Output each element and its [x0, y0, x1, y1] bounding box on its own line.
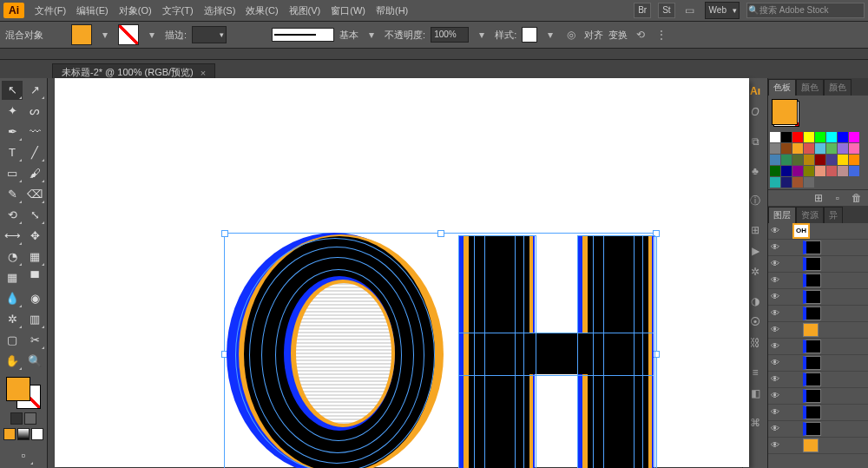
menu-view[interactable]: 视图(V) — [284, 4, 326, 17]
artwork-letter-h[interactable] — [458, 235, 654, 468]
swatch-cell[interactable] — [815, 143, 825, 154]
zoom-tool[interactable]: 🔍 — [24, 352, 45, 371]
swatch-cell[interactable] — [804, 143, 814, 154]
type-tool[interactable]: T — [2, 143, 23, 162]
panel-fill-swatch[interactable] — [772, 99, 798, 125]
menu-help[interactable]: 帮助(H) — [371, 4, 413, 17]
pen-tool[interactable]: ✒ — [2, 122, 23, 142]
lasso-tool[interactable]: ᔕ — [24, 102, 45, 121]
layer-row[interactable]: 👁 — [768, 388, 868, 405]
layer-row[interactable]: 👁 — [768, 240, 868, 256]
style-dropdown-icon[interactable]: ▾ — [542, 27, 558, 43]
hand-tool[interactable]: ✋ — [2, 352, 23, 371]
layer-row[interactable]: 👁 — [768, 421, 868, 438]
brush-preview[interactable] — [272, 28, 334, 42]
swatch-cell[interactable] — [826, 132, 837, 142]
artwork-letter-o[interactable] — [227, 233, 442, 468]
stroke-swatch[interactable] — [118, 24, 139, 45]
swatch-cell[interactable] — [815, 166, 825, 176]
swatch-cell[interactable] — [781, 143, 792, 154]
visibility-toggle[interactable]: 👁 — [770, 292, 780, 302]
layer-row[interactable]: 👁 — [768, 322, 868, 339]
gradient-tool[interactable]: ▀ — [24, 268, 45, 287]
visibility-toggle[interactable]: 👁 — [770, 275, 780, 286]
isolate-icon[interactable]: ⟲ — [633, 27, 648, 43]
layer-row[interactable]: 👁 — [768, 256, 868, 273]
assets-tab[interactable]: 资源 — [796, 207, 824, 223]
layer-row[interactable]: 👁 — [768, 372, 868, 388]
menu-file[interactable]: 文件(F) — [30, 4, 71, 17]
swatches-tab[interactable]: 色板 — [768, 79, 796, 96]
layer-row[interactable]: 👁 — [768, 405, 868, 421]
stroke-dropdown-icon[interactable]: ▾ — [144, 27, 160, 43]
mesh-tool[interactable]: ▦ — [2, 268, 23, 287]
swatch-cell[interactable] — [781, 166, 792, 176]
transform-label[interactable]: 变换 — [608, 29, 628, 42]
layer-row[interactable]: 👁 — [768, 355, 868, 372]
shaper-tool[interactable]: ✎ — [2, 185, 23, 204]
visibility-toggle[interactable]: 👁 — [770, 440, 780, 451]
line-tool[interactable]: ╱ — [24, 143, 45, 162]
swatch-cell[interactable] — [792, 177, 803, 188]
magic-wand-tool[interactable]: ✦ — [2, 102, 23, 121]
swatch-cell[interactable] — [849, 155, 859, 165]
curvature-tool[interactable]: 〰 — [24, 122, 45, 142]
visibility-toggle[interactable]: 👁 — [770, 308, 780, 319]
swatch-cell[interactable] — [770, 132, 780, 142]
draw-normal[interactable] — [10, 412, 23, 425]
layer-row[interactable]: 👁 — [768, 306, 868, 322]
swatch-cell[interactable] — [770, 177, 780, 188]
width-tool[interactable]: ⟷ — [2, 227, 23, 246]
layers-tab[interactable]: 图层 — [768, 207, 796, 223]
swatch-cell[interactable] — [781, 155, 792, 165]
menu-effect[interactable]: 效果(C) — [240, 4, 283, 17]
swatch-cell[interactable] — [804, 155, 814, 165]
visibility-toggle[interactable]: 👁 — [770, 374, 780, 385]
swatch-cell[interactable] — [838, 155, 848, 165]
fill-color[interactable] — [6, 377, 30, 401]
swatch-cell[interactable] — [838, 132, 848, 142]
layer-row[interactable]: 👁OH — [768, 223, 868, 240]
menu-edit[interactable]: 编辑(E) — [71, 4, 114, 17]
visibility-toggle[interactable]: 👁 — [770, 242, 780, 253]
swatch-cell[interactable] — [849, 132, 859, 142]
swatch-cell[interactable] — [770, 166, 780, 176]
rectangle-tool[interactable]: ▭ — [2, 164, 23, 183]
more-icon[interactable]: ⋮ — [654, 27, 669, 43]
direct-selection-tool[interactable]: ↗ — [24, 81, 45, 100]
swatch-menu-icon[interactable]: ⊞ — [811, 190, 826, 206]
eyedropper-tool[interactable]: 💧 — [2, 289, 23, 308]
swatch-cell[interactable] — [770, 155, 780, 165]
close-tab-icon[interactable]: × — [201, 68, 206, 78]
menu-object[interactable]: 对象(O) — [114, 4, 157, 17]
swatch-cell[interactable] — [781, 177, 792, 188]
swatch-cell[interactable] — [838, 143, 848, 154]
eraser-tool[interactable]: ⌫ — [24, 185, 45, 204]
artboard-tool[interactable]: ▢ — [2, 331, 23, 350]
slice-tool[interactable]: ✂ — [24, 331, 45, 350]
swatch-cell[interactable] — [804, 166, 814, 176]
swatch-cell[interactable] — [770, 143, 780, 154]
free-transform-tool[interactable]: ✥ — [24, 227, 45, 246]
screen-mode[interactable]: ▫ — [13, 446, 34, 465]
layer-row[interactable]: 👁 — [768, 438, 868, 454]
search-input[interactable]: 搜索 Adobe Stock — [746, 3, 865, 18]
swatch-cell[interactable] — [826, 166, 837, 176]
visibility-toggle[interactable]: 👁 — [770, 391, 780, 401]
layer-row[interactable]: 👁 — [768, 273, 868, 289]
swatch-cell[interactable] — [838, 166, 848, 176]
symbol-sprayer-tool[interactable]: ✲ — [2, 310, 23, 329]
menu-select[interactable]: 选择(S) — [199, 4, 241, 17]
graph-tool[interactable]: ▥ — [24, 310, 45, 329]
blend-tool[interactable]: ◉ — [24, 289, 45, 308]
bridge-icon[interactable]: Br — [634, 3, 651, 18]
workspace-switcher[interactable]: Web — [705, 2, 740, 19]
draw-behind[interactable] — [24, 412, 36, 425]
layer-row[interactable]: 👁 — [768, 289, 868, 306]
shape-builder-tool[interactable]: ◔ — [2, 247, 23, 267]
swatch-cell[interactable] — [792, 155, 803, 165]
color-mode[interactable] — [3, 428, 16, 440]
swatch-cell[interactable] — [804, 177, 814, 188]
menu-window[interactable]: 窗口(W) — [326, 4, 371, 17]
delete-swatch-icon[interactable]: 🗑 — [849, 190, 865, 206]
